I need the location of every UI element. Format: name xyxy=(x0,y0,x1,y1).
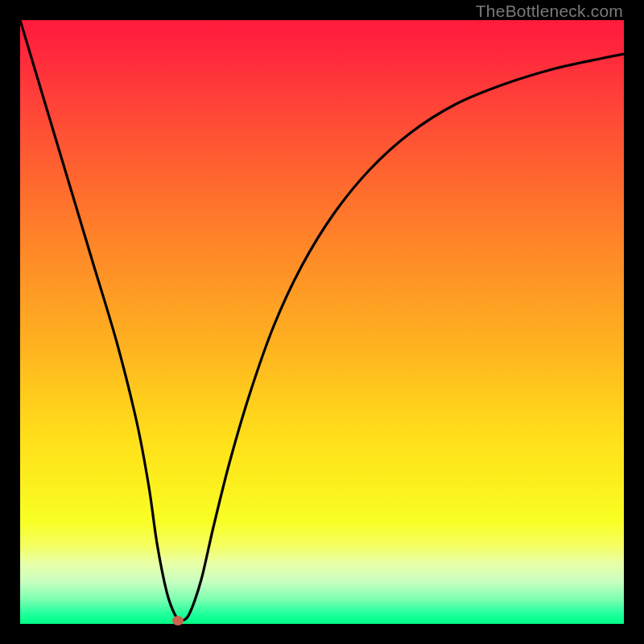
plot-area xyxy=(20,20,624,624)
optimum-marker xyxy=(172,616,184,625)
watermark-text: TheBottleneck.com xyxy=(476,2,623,21)
chart-frame: TheBottleneck.com xyxy=(0,0,644,644)
bottleneck-curve xyxy=(20,20,624,624)
